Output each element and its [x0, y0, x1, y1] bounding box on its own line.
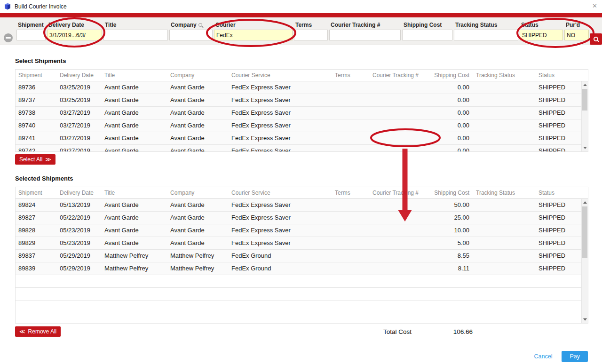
cell-shipment: 89736	[16, 81, 57, 94]
table-row[interactable]: 8982405/13/2019Avant GardeAvant GardeFed…	[16, 199, 581, 212]
column-header-courier-tracking: Courier Tracking #	[370, 190, 434, 196]
table-row[interactable]: 8974103/27/2019Avant GardeAvant GardeFed…	[16, 132, 581, 145]
select-all-button[interactable]: Select All ≫	[15, 154, 55, 165]
filter-input-courier-tracking[interactable]	[329, 30, 401, 40]
remove-filter-button[interactable]	[4, 33, 13, 42]
cell-company: Avant Garde	[167, 224, 229, 237]
close-icon[interactable]: ✕	[592, 3, 597, 9]
selected-shipments-body: 8982405/13/2019Avant GardeAvant GardeFed…	[16, 199, 581, 323]
cell-terms	[332, 107, 370, 119]
filter-input-title[interactable]	[103, 30, 168, 40]
cell-status: SHIPPED	[536, 107, 581, 119]
cell-shipment: 89827	[16, 212, 57, 224]
filter-label-shipment: Shipment	[16, 20, 46, 30]
cell-title: Avant Garde	[102, 199, 167, 211]
double-chevron-right-icon: ≫	[45, 157, 51, 162]
table-row[interactable]: 8982905/23/2019Avant GardeAvant GardeFed…	[16, 237, 581, 250]
table-row[interactable]: 8973703/25/2019Avant GardeAvant GardeFed…	[16, 94, 581, 107]
filter-label-company: Company	[169, 20, 213, 30]
empty-row	[16, 275, 581, 288]
scroll-down-icon[interactable]	[582, 316, 588, 323]
scrollbar-thumb[interactable]	[582, 206, 587, 258]
filter-label-tracking-status: Tracking Status	[454, 20, 518, 30]
cell-delivery-date: 05/13/2019	[57, 199, 102, 211]
scroll-down-icon[interactable]	[582, 144, 588, 151]
filter-input-shipping-cost[interactable]	[402, 30, 452, 40]
filter-input-tracking-status[interactable]	[454, 30, 518, 40]
table-row[interactable]: 8983705/29/2019Matthew PelfreyMatthew Pe…	[16, 250, 581, 262]
cell-title: Avant Garde	[102, 119, 167, 132]
scrollbar-track[interactable]	[582, 206, 588, 316]
remove-all-button[interactable]: ≪ Remove All	[15, 326, 61, 337]
cell-shipping-cost: 0.00	[434, 145, 473, 151]
cell-delivery-date: 03/27/2019	[57, 119, 102, 132]
cell-shipping-cost: 0.00	[434, 107, 473, 119]
search-button[interactable]	[590, 33, 602, 45]
cell-status: SHIPPED	[536, 81, 581, 94]
cell-shipping-cost: 0.00	[434, 132, 473, 144]
cell-shipping-cost: 8.55	[434, 250, 473, 262]
window-title: Build Courier Invoice	[15, 3, 67, 10]
cell-tracking-status	[473, 237, 536, 249]
selected-shipments-header: ShipmentDelivery DateTitleCompanyCourier…	[16, 187, 588, 199]
cell-courier-service: FedEx Express Saver	[229, 81, 332, 94]
cell-tracking-status	[473, 107, 536, 119]
filter-input-status[interactable]	[520, 30, 563, 40]
filter-input-delivery-date[interactable]	[47, 30, 102, 40]
cell-terms	[332, 250, 370, 262]
table-row[interactable]: 8973603/25/2019Avant GardeAvant GardeFed…	[16, 81, 581, 94]
filter-field-courier: Courier	[214, 20, 293, 45]
select-shipments-body: 8973603/25/2019Avant GardeAvant GardeFed…	[16, 81, 581, 151]
filter-label-terms: Terms	[294, 20, 328, 30]
cell-terms	[332, 94, 370, 106]
table-row[interactable]: 8974003/27/2019Avant GardeAvant GardeFed…	[16, 119, 581, 132]
select-shipments-scrollbar[interactable]	[581, 81, 588, 151]
filter-input-shipment[interactable]	[16, 30, 46, 40]
scroll-up-icon[interactable]	[582, 81, 588, 88]
cell-shipment: 89741	[16, 132, 57, 144]
build-courier-invoice-dialog: Build Courier Invoice ✕ ShipmentDelivery…	[0, 0, 602, 362]
scrollbar-track[interactable]	[582, 88, 588, 144]
total-cost-value: 106.66	[434, 328, 473, 335]
column-header-delivery-date: Delivery Date	[57, 72, 102, 79]
filter-input-terms[interactable]	[294, 30, 328, 40]
filter-label-title: Title	[103, 20, 168, 30]
filter-input-courier[interactable]	[214, 30, 293, 40]
cell-delivery-date: 05/22/2019	[57, 212, 102, 224]
filter-input-company[interactable]	[169, 30, 213, 40]
cell-shipping-cost: 0.00	[434, 94, 473, 106]
cell-tracking-status	[473, 94, 536, 106]
cell-courier-service: FedEx Express Saver	[229, 132, 332, 144]
scrollbar-thumb[interactable]	[582, 89, 587, 111]
filter-field-shipping-cost: Shipping Cost	[402, 20, 452, 45]
select-shipments-table: ShipmentDelivery DateTitleCompanyCourier…	[15, 69, 588, 152]
pay-button[interactable]: Pay	[562, 351, 588, 362]
empty-row	[16, 301, 581, 313]
cell-company: Avant Garde	[167, 107, 229, 119]
selected-shipments-table: ShipmentDelivery DateTitleCompanyCourier…	[15, 187, 588, 324]
cell-terms	[332, 145, 370, 151]
table-row[interactable]: 8973803/27/2019Avant GardeAvant GardeFed…	[16, 107, 581, 119]
selected-shipments-scrollbar[interactable]	[581, 199, 588, 323]
cell-title: Avant Garde	[102, 237, 167, 249]
cell-shipment: 89737	[16, 94, 57, 106]
cell-title: Avant Garde	[102, 212, 167, 224]
scroll-up-icon[interactable]	[582, 199, 588, 206]
cell-delivery-date: 05/29/2019	[57, 250, 102, 262]
cell-courier-service: FedEx Express Saver	[229, 119, 332, 132]
cell-courier-tracking	[370, 237, 434, 249]
cell-shipment: 89837	[16, 250, 57, 262]
company-search-icon[interactable]	[198, 23, 202, 27]
cancel-button[interactable]: Cancel	[534, 353, 553, 360]
cell-delivery-date: 03/27/2019	[57, 145, 102, 151]
filter-input-purd[interactable]	[564, 30, 589, 40]
cell-title: Avant Garde	[102, 145, 167, 151]
cell-tracking-status	[473, 224, 536, 237]
cell-status: SHIPPED	[536, 145, 581, 151]
column-header-tracking-status: Tracking Status	[473, 190, 536, 196]
table-row[interactable]: 8982805/23/2019Avant GardeAvant GardeFed…	[16, 224, 581, 237]
table-row[interactable]: 8974203/27/2019Avant GardeAvant GardeFed…	[16, 145, 581, 151]
table-row[interactable]: 8982705/22/2019Avant GardeAvant GardeFed…	[16, 212, 581, 224]
column-header-shipping-cost: Shipping Cost	[434, 72, 473, 79]
table-row[interactable]: 8983905/29/2019Matthew PelfreyMatthew Pe…	[16, 262, 581, 275]
